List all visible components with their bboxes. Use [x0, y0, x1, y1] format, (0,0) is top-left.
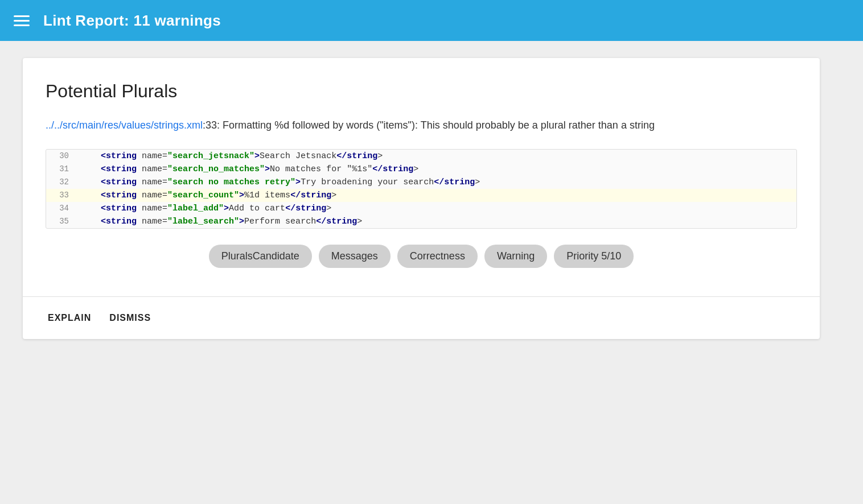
card-body: Potential Plurals ../../src/main/res/val…: [23, 58, 820, 296]
tags-row: PluralsCandidateMessagesCorrectnessWarni…: [46, 245, 797, 268]
line-number: 34: [46, 204, 80, 213]
line-content: <string name="search no matches retry">T…: [80, 177, 480, 187]
tag-badge: Correctness: [397, 245, 478, 268]
line-content: <string name="search_count">%1d items</s…: [80, 191, 336, 200]
line-content: <string name="label_add">Add to cart</st…: [80, 204, 331, 213]
code-line: 30 <string name="search_jetsnack">Search…: [46, 150, 796, 163]
tag-badge: Priority 5/10: [554, 245, 634, 268]
card-footer: EXPLAINDISMISS: [23, 296, 820, 339]
line-number: 30: [46, 151, 80, 160]
explain-button[interactable]: EXPLAIN: [46, 308, 93, 328]
line-number: 31: [46, 164, 80, 173]
hamburger-menu[interactable]: [14, 15, 30, 26]
code-line: 35 <string name="label_search">Perform s…: [46, 215, 796, 228]
line-content: <string name="label_search">Perform sear…: [80, 217, 362, 226]
dismiss-button[interactable]: DISMISS: [107, 308, 153, 328]
main-content: Potential Plurals ../../src/main/res/val…: [0, 41, 863, 356]
tag-badge: PluralsCandidate: [209, 245, 312, 268]
code-block: 30 <string name="search_jetsnack">Search…: [46, 149, 797, 229]
line-number: 33: [46, 191, 80, 200]
page-title: Lint Report: 11 warnings: [43, 12, 221, 30]
section-title: Potential Plurals: [46, 81, 797, 102]
code-line: 32 <string name="search no matches retry…: [46, 176, 796, 189]
line-number: 32: [46, 177, 80, 187]
line-content: <string name="search_no_matches">No matc…: [80, 164, 418, 174]
code-line: 31 <string name="search_no_matches">No m…: [46, 163, 796, 176]
lint-card: Potential Plurals ../../src/main/res/val…: [23, 58, 820, 339]
line-content: <string name="search_jetsnack">Search Je…: [80, 151, 383, 161]
tag-badge: Warning: [484, 245, 547, 268]
issue-description-text: :33: Formatting %d followed by words ("i…: [203, 119, 655, 131]
code-line: 34 <string name="label_add">Add to cart<…: [46, 202, 796, 215]
top-bar: Lint Report: 11 warnings: [0, 0, 863, 41]
card-wrapper: Potential Plurals ../../src/main/res/val…: [23, 58, 840, 339]
issue-description: ../../src/main/res/values/strings.xml:33…: [46, 118, 797, 133]
tag-badge: Messages: [319, 245, 391, 268]
issue-link[interactable]: ../../src/main/res/values/strings.xml: [46, 119, 203, 131]
line-number: 35: [46, 217, 80, 226]
code-line: 33 <string name="search_count">%1d items…: [46, 189, 796, 202]
